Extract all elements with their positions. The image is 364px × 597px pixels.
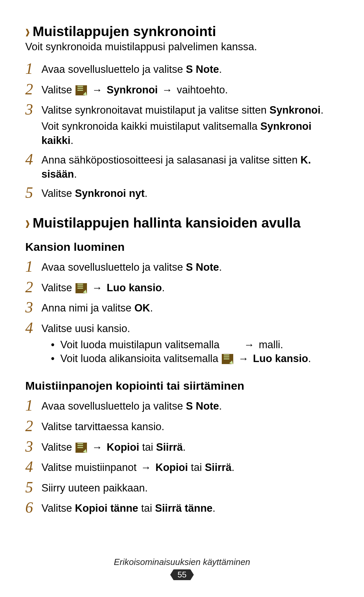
section-sync-title: ›Muistilappujen synkronointi (25, 24, 339, 39)
section-folders-title-text: Muistilappujen hallinta kansioiden avull… (33, 215, 301, 231)
section-folders-title: ›Muistilappujen hallinta kansioiden avul… (25, 215, 339, 231)
step-number: 2 (25, 279, 41, 296)
step-body: Avaa sovellusluettelo ja valitse S Note. (41, 60, 222, 77)
menu-icon (75, 85, 87, 95)
step-body: Siirry uuteen paikkaan. (41, 479, 148, 495)
section-sync-intro: Voit synkronoida muistilappusi palvelime… (25, 41, 339, 53)
copy-move-steps: 1 Avaa sovellusluettelo ja valitse S Not… (25, 397, 339, 516)
step-number: 4 (25, 320, 41, 337)
bullet-item: Voit luoda muistilapun valitsemalla → ma… (51, 338, 311, 352)
cf-step-1: 1 Avaa sovellusluettelo ja valitse S Not… (25, 258, 339, 275)
step-body: Avaa sovellusluettelo ja valitse S Note. (41, 397, 222, 413)
step-number: 6 (25, 499, 41, 516)
cm-step-1: 1 Avaa sovellusluettelo ja valitse S Not… (25, 397, 339, 414)
page-footer: Erikoisominaisuuksien käyttäminen 55 (0, 557, 364, 580)
step-body-extra: Voit synkronoida kaikki muistilaput vali… (41, 119, 339, 148)
page-number-badge: 55 (174, 569, 191, 580)
chevron-right-icon: › (25, 212, 30, 234)
step-number: 3 (25, 299, 41, 316)
cm-step-5: 5 Siirry uuteen paikkaan. (25, 479, 339, 496)
step-body: Valitse Kopioi tänne tai Siirrä tänne. (41, 499, 215, 515)
section-sync-title-text: Muistilappujen synkronointi (33, 24, 216, 39)
step-body: Valitse → Kopioi tai Siirrä. (41, 438, 186, 454)
step-number: 1 (25, 397, 41, 414)
step-body: Valitse → Synkronoi → vaihtoehto. (41, 81, 228, 97)
subsection-create-folder: Kansion luominen (25, 240, 339, 253)
step-number: 3 (25, 101, 41, 118)
sync-step-5: 5 Valitse Synkronoi nyt. (25, 184, 339, 202)
step-number: 4 (25, 151, 41, 168)
step-body: Avaa sovellusluettelo ja valitse S Note. (41, 258, 222, 274)
sync-step-2: 2 Valitse → Synkronoi → vaihtoehto. (25, 81, 339, 98)
step-body: Anna sähköpostiosoitteesi ja salasanasi … (41, 151, 339, 181)
menu-icon (75, 443, 87, 453)
cm-step-4: 4 Valitse muistiinpanot → Kopioi tai Sii… (25, 458, 339, 476)
cf-step-4: 4 Valitse uusi kansio. Voit luoda muisti… (25, 320, 339, 366)
step-number: 2 (25, 81, 41, 98)
chevron-right-icon: › (25, 21, 30, 43)
step-body: Valitse synkronoitavat muistilaput ja va… (41, 101, 339, 148)
sync-steps: 1 Avaa sovellusluettelo ja valitse S Not… (25, 60, 339, 202)
step-body: Valitse → Luo kansio. (41, 279, 165, 295)
cf-bullets: Voit luoda muistilapun valitsemalla → ma… (41, 338, 311, 366)
create-folder-steps: 1 Avaa sovellusluettelo ja valitse S Not… (25, 258, 339, 366)
cm-step-3: 3 Valitse → Kopioi tai Siirrä. (25, 438, 339, 455)
step-number: 5 (25, 184, 41, 202)
sync-step-3: 3 Valitse synkronoitavat muistilaput ja … (25, 101, 339, 148)
page: ›Muistilappujen synkronointi Voit synkro… (0, 0, 364, 597)
menu-icon (222, 354, 233, 364)
step-number: 5 (25, 479, 41, 496)
menu-icon (75, 283, 87, 293)
sync-step-1: 1 Avaa sovellusluettelo ja valitse S Not… (25, 60, 339, 78)
bullet-item: Voit luoda alikansioita valitsemalla → L… (51, 352, 311, 366)
step-body: Valitse muistiinpanot → Kopioi tai Siirr… (41, 458, 235, 475)
step-number: 1 (25, 60, 41, 78)
step-body: Anna nimi ja valitse OK. (41, 299, 153, 315)
step-body: Valitse tarvittaessa kansio. (41, 418, 164, 434)
step-number: 2 (25, 418, 41, 435)
cm-step-2: 2 Valitse tarvittaessa kansio. (25, 418, 339, 435)
step-number: 3 (25, 438, 41, 455)
sync-step-4: 4 Anna sähköpostiosoitteesi ja salasanas… (25, 151, 339, 181)
step-body: Valitse uusi kansio. Voit luoda muistila… (41, 320, 311, 366)
subsection-copy-move: Muistiinpanojen kopiointi tai siirtämine… (25, 379, 339, 392)
cm-step-6: 6 Valitse Kopioi tänne tai Siirrä tänne. (25, 499, 339, 516)
step-number: 1 (25, 258, 41, 275)
step-number: 4 (25, 458, 41, 476)
cf-step-2: 2 Valitse → Luo kansio. (25, 279, 339, 296)
cf-step-3: 3 Anna nimi ja valitse OK. (25, 299, 339, 316)
footer-text: Erikoisominaisuuksien käyttäminen (0, 557, 364, 567)
step-body: Valitse Synkronoi nyt. (41, 184, 148, 201)
